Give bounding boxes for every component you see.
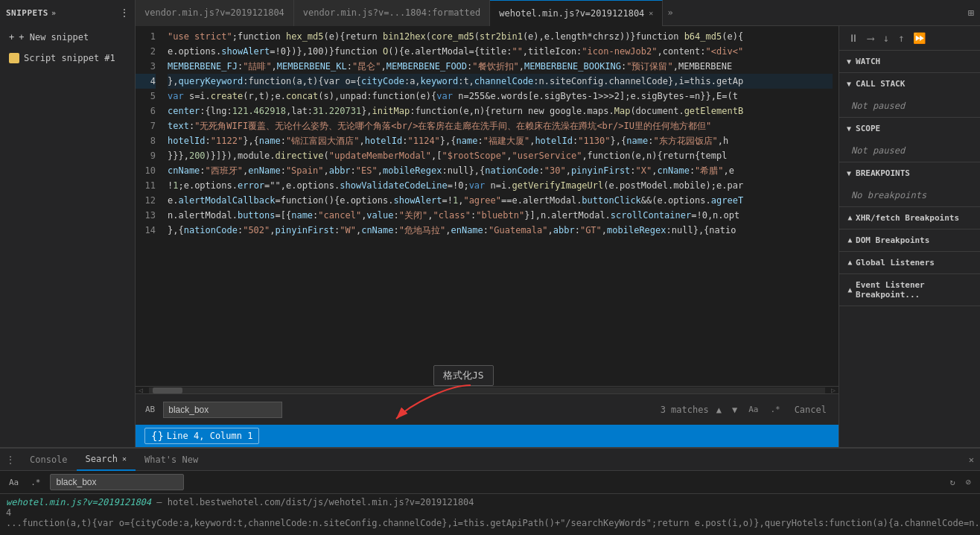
editor-tab-3[interactable]: wehotel.min.js?v=2019121804 ✕ — [490, 0, 663, 26]
call-stack-section-header[interactable]: ▼ Call Stack — [839, 73, 980, 95]
result-item: wehotel.min.js?v=2019121804 — hotel.best… — [6, 497, 974, 507]
editor-tab-3-close[interactable]: ✕ — [649, 9, 653, 17]
find-match-case-toggle[interactable]: Aa — [745, 402, 762, 417]
top-tabs-bar: Snippets » ⋮ vendor.min.js?v=2019121804 … — [0, 0, 980, 26]
bottom-search-input[interactable] — [50, 474, 184, 490]
find-next-button[interactable]: ▼ — [729, 403, 740, 417]
breakpoints-label: Breakpoints — [856, 168, 910, 178]
snippet-file-icon — [9, 53, 19, 63]
bottom-tab-search[interactable]: Search ✕ — [77, 449, 136, 471]
code-line-9: }}},200)}]}),module.directive("updateMem… — [168, 148, 833, 163]
code-line-12: e.alertModalCallback=function(){e.option… — [168, 193, 833, 208]
bottom-tab-whatsnew[interactable]: What's New — [136, 449, 207, 471]
no-breakpoints-text: No breakpoints — [839, 184, 980, 206]
bottom-section: ⋮ Console Search ✕ What's New ✕ Aa .* ↻ … — [0, 447, 980, 535]
step-over-button[interactable]: ⟶ — [865, 31, 876, 45]
editor-tab-1[interactable]: vendor.min.js?v=2019121804 — [136, 0, 294, 26]
dom-breakpoints-header[interactable]: ▶ DOM Breakpoints — [839, 229, 980, 251]
code-text[interactable]: "use strict";function hex_md5(e){return … — [162, 26, 839, 386]
call-stack-section: ▼ Call Stack Not paused — [839, 73, 980, 118]
format-button[interactable]: ⊞ — [968, 7, 974, 19]
code-line-2: e.options.showAlert=!0})},100)}function … — [168, 44, 833, 59]
call-stack-label: Call Stack — [856, 79, 905, 89]
line-numbers: 123 4 567891011121314 — [136, 26, 162, 386]
scope-arrow-icon: ▼ — [847, 124, 851, 133]
call-stack-status: Not paused — [851, 101, 905, 111]
tabs-overflow-button[interactable]: » — [663, 7, 677, 18]
call-stack-arrow-icon: ▼ — [847, 80, 851, 88]
code-line-7: text:"无死角WIFI覆盖、无论什么姿势、无论哪个角落<br/>在客房在走廊… — [168, 118, 833, 133]
dom-arrow-icon: ▶ — [845, 238, 853, 242]
clear-search-button[interactable]: ⊘ — [963, 475, 974, 489]
bottom-tab-console[interactable]: Console — [21, 449, 77, 471]
no-breakpoints-label: No breakpoints — [851, 190, 926, 200]
bottom-search-toolbar: Aa .* ↻ ⊘ — [0, 471, 980, 494]
xhr-breakpoints-header[interactable]: ▶ XHR/fetch Breakpoints — [839, 207, 980, 229]
bottom-tabs: ⋮ Console Search ✕ What's New ✕ — [0, 449, 980, 471]
find-match-case-button[interactable]: AB — [141, 402, 159, 417]
breakpoints-section-header[interactable]: ▼ Breakpoints — [839, 162, 980, 184]
bottom-menu-icon[interactable]: ⋮ — [6, 455, 15, 465]
code-line-3: MEMBERBENE_FJ:"喆啡",MEMBERBENE_KL:"昆仑",ME… — [168, 59, 833, 74]
bottom-close-button[interactable]: ✕ — [969, 455, 974, 465]
watch-label: Watch — [856, 57, 880, 66]
step-out-button[interactable]: ↑ — [895, 31, 907, 45]
editor-status-bar: {} Line 4, Column 1 — [136, 425, 839, 447]
find-matches-count: 3 matches — [661, 405, 709, 415]
status-location[interactable]: {} Line 4, Column 1 — [144, 428, 259, 444]
event-arrow-icon: ▶ — [845, 288, 853, 292]
event-listener-section: ▶ Event Listener Breakpoint... — [839, 274, 980, 306]
dom-breakpoints-section: ▶ DOM Breakpoints — [839, 229, 980, 252]
dom-label: DOM Breakpoints — [856, 235, 929, 245]
bottom-toolbar-right: ↻ ⊘ — [947, 475, 974, 489]
snippets-more-button[interactable]: » — [51, 9, 56, 17]
snippets-label: Snippets — [6, 8, 48, 18]
new-snippet-button[interactable]: + + New snippet — [0, 26, 135, 48]
step-button[interactable]: ⏩ — [910, 31, 929, 45]
whatsnew-tab-label: What's New — [144, 455, 198, 465]
event-listener-header[interactable]: ▶ Event Listener Breakpoint... — [839, 274, 980, 306]
right-panel: ⏸ ⟶ ↓ ↑ ⏩ ▼ Watch ▼ Call Stack — [839, 26, 980, 447]
code-line-6: center:{lng:121.462918,lat:31.220731},in… — [168, 104, 833, 118]
find-cancel-button[interactable]: Cancel — [789, 403, 833, 417]
search-regex-label: .* — [28, 476, 43, 489]
plus-icon: + — [9, 32, 14, 42]
scrollbar-thumb[interactable] — [153, 387, 182, 393]
snippet-item-1-label: Script snippet #1 — [24, 53, 115, 63]
find-input[interactable] — [163, 402, 282, 418]
code-line-11: !1;e.options.error="",e.options.showVali… — [168, 178, 833, 193]
editor-tab-2[interactable]: vendor.min.js?v=...1804:formatted — [294, 0, 490, 26]
snippet-item-1[interactable]: Script snippet #1 — [0, 48, 135, 68]
scope-section: ▼ Scope Not paused — [839, 118, 980, 162]
call-stack-not-paused: Not paused — [839, 95, 980, 117]
search-tab-close[interactable]: ✕ — [122, 455, 127, 463]
global-listeners-section: ▶ Global Listeners — [839, 252, 980, 274]
breakpoints-arrow-icon: ▼ — [847, 169, 851, 177]
refresh-search-button[interactable]: ↻ — [947, 475, 958, 489]
editor-right-controls: ⊞ — [962, 7, 980, 19]
right-toolbar: ⏸ ⟶ ↓ ↑ ⏩ — [839, 26, 980, 51]
find-prev-button[interactable]: ▲ — [713, 403, 725, 417]
result-filename[interactable]: wehotel.min.js?v=2019121804 — [6, 497, 151, 507]
snippets-menu-button[interactable]: ⋮ — [120, 7, 129, 18]
scope-status: Not paused — [851, 145, 905, 156]
global-listeners-header[interactable]: ▶ Global Listeners — [839, 252, 980, 273]
code-line-5: var s=i.create(r,t);e.concat(s),unpad:fu… — [168, 89, 833, 104]
horizontal-scrollbar[interactable]: ◁ ▷ — [136, 386, 839, 393]
search-tab-label: Search — [86, 454, 118, 464]
editor-tabs: vendor.min.js?v=2019121804 vendor.min.js… — [136, 0, 962, 26]
result-code-line: 4 ...function(a,t){var o={cityCode:a,key… — [6, 507, 974, 528]
watch-section: ▼ Watch — [839, 51, 980, 73]
code-editor: 123 4 567891011121314 "use strict";funct… — [136, 26, 839, 447]
pause-button[interactable]: ⏸ — [845, 31, 862, 45]
step-into-button[interactable]: ↓ — [879, 31, 891, 45]
code-content: 123 4 567891011121314 "use strict";funct… — [136, 26, 839, 386]
snippets-panel-header: Snippets » ⋮ — [0, 0, 136, 26]
scrollbar-track[interactable] — [149, 387, 825, 393]
find-regex-toggle[interactable]: .* — [766, 402, 783, 417]
global-listeners-label: Global Listeners — [856, 258, 935, 268]
status-location-text: Line 4, Column 1 — [167, 431, 253, 441]
scope-section-header[interactable]: ▼ Scope — [839, 118, 980, 139]
watch-section-header[interactable]: ▼ Watch — [839, 51, 980, 72]
new-snippet-label: + New snippet — [19, 32, 89, 42]
